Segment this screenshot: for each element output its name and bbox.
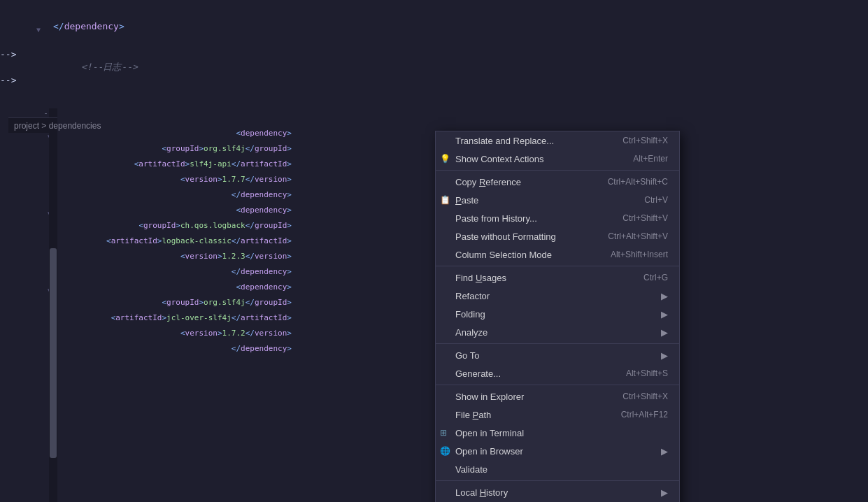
menu-item-context-actions[interactable]: 💡 Show Context Actions Alt+Enter <box>436 150 679 168</box>
line-7: --> ▼ <dependency> <groupId>org.slf4j</g… <box>6 101 55 116</box>
menu-item-find-usages-label: Find Usages <box>455 273 506 283</box>
menu-item-local-history-label: Local History <box>455 487 508 498</box>
menu-item-local-history[interactable]: Local History ▶ <box>436 483 679 501</box>
menu-item-validate[interactable]: Validate <box>436 460 679 478</box>
menu-item-folding-label: Folding <box>455 309 485 320</box>
menu-item-show-explorer[interactable]: Show in Explorer Ctrl+Shift+X <box>436 387 679 406</box>
menu-item-refactor-label: Refactor <box>455 291 490 301</box>
menu-item-translate-shortcut: Ctrl+Shift+X <box>602 136 668 145</box>
menu-item-show-explorer-label: Show in Explorer <box>455 392 524 402</box>
goto-arrow-icon: ▶ <box>661 350 668 361</box>
menu-item-generate[interactable]: Generate... Alt+Shift+S <box>436 364 679 382</box>
menu-item-validate-label: Validate <box>455 464 488 475</box>
menu-item-context-shortcut: Alt+Enter <box>612 154 668 164</box>
separator-2 <box>436 266 679 266</box>
menu-item-copy-ref-shortcut: Ctrl+Alt+Shift+C <box>587 177 668 187</box>
menu-item-open-terminal[interactable]: ⊞ Open in Terminal <box>436 424 679 442</box>
menu-item-column-mode-label: Column Selection Mode <box>455 250 552 260</box>
menu-item-copy-ref-label: Copy Reference <box>455 177 521 187</box>
menu-item-open-browser-label: Open in Browser <box>455 446 523 457</box>
menu-item-context-actions-label: Show Context Actions <box>455 154 543 164</box>
menu-item-column-mode-shortcut: Alt+Shift+Insert <box>590 250 668 259</box>
terminal-icon: ⊞ <box>440 428 447 438</box>
separator-4 <box>436 385 679 385</box>
editor-content: ▼ </dependency> --> <!--日志--> --> <box>0 0 868 502</box>
open-browser-arrow-icon: ▶ <box>661 446 668 457</box>
scrollbar-thumb[interactable] <box>50 248 57 458</box>
line-5: --> ▼ <dependency> <groupId>org.slf4j</g… <box>0 85 868 101</box>
paste-icon: 📋 <box>440 195 450 205</box>
menu-item-analyze[interactable]: Analyze ▶ <box>436 323 679 341</box>
browser-icon: 🌐 <box>440 446 450 456</box>
menu-item-folding[interactable]: Folding ▶ <box>436 305 679 323</box>
editor: ▼ </dependency> --> <!--日志--> --> <box>0 0 868 502</box>
menu-item-paste-history[interactable]: Paste from History... Ctrl+Shift+V <box>436 209 679 227</box>
scrollbar[interactable] <box>49 108 57 502</box>
line-6: --> ▼ <dependency> <groupId>org.slf4j</g… <box>3 93 52 108</box>
menu-item-translate[interactable]: Translate and Replace... Ctrl+Shift+X <box>436 131 679 150</box>
context-menu: Translate and Replace... Ctrl+Shift+X 💡 … <box>435 131 680 502</box>
menu-item-refactor[interactable]: Refactor ▶ <box>436 287 679 305</box>
menu-item-file-path[interactable]: File Path Ctrl+Alt+F12 <box>436 406 679 424</box>
folding-arrow-icon: ▶ <box>661 309 668 320</box>
menu-item-paste-history-shortcut: Ctrl+Shift+V <box>602 213 668 223</box>
menu-item-open-browser[interactable]: 🌐 Open in Browser ▶ <box>436 442 679 460</box>
line-2: ▼ </dependency> <box>0 18 868 34</box>
line-1 <box>0 3 868 18</box>
menu-item-find-usages-shortcut: Ctrl+G <box>622 273 668 282</box>
line-3 <box>0 34 868 49</box>
status-bar-text: project > dependencies <box>14 121 101 131</box>
separator-1 <box>436 170 679 171</box>
menu-item-paste-shortcut: Ctrl+V <box>623 195 668 205</box>
menu-item-paste-history-label: Paste from History... <box>455 213 537 224</box>
fold-icon: ▼ <box>36 26 41 34</box>
menu-item-generate-shortcut: Alt+Shift+S <box>605 368 668 378</box>
refactor-arrow-icon: ▶ <box>661 291 668 301</box>
menu-item-open-terminal-label: Open in Terminal <box>455 428 524 438</box>
separator-5 <box>436 480 679 481</box>
menu-item-goto-label: Go To <box>455 350 479 361</box>
local-history-arrow-icon: ▶ <box>661 487 668 498</box>
line-4: <!--日志--> <box>0 59 868 75</box>
menu-item-analyze-label: Analyze <box>455 327 488 338</box>
menu-item-goto[interactable]: Go To ▶ <box>436 346 679 364</box>
menu-item-copy-reference[interactable]: Copy Reference Ctrl+Alt+Shift+C <box>436 173 679 191</box>
menu-item-show-explorer-shortcut: Ctrl+Shift+X <box>602 392 668 401</box>
bulb-icon: 💡 <box>440 154 450 164</box>
menu-item-paste-noformat-label: Paste without Formatting <box>455 231 556 242</box>
status-bar: project > dependencies <box>8 117 57 133</box>
menu-item-translate-label: Translate and Replace... <box>455 136 554 146</box>
menu-item-paste[interactable]: 📋 Paste Ctrl+V <box>436 191 679 209</box>
separator-3 <box>436 343 679 344</box>
menu-item-paste-noformat[interactable]: Paste without Formatting Ctrl+Alt+Shift+… <box>436 227 679 245</box>
menu-item-paste-noformat-shortcut: Ctrl+Alt+Shift+V <box>587 231 668 241</box>
analyze-arrow-icon: ▶ <box>661 327 668 338</box>
menu-item-paste-label: Paste <box>455 195 478 206</box>
menu-item-find-usages[interactable]: Find Usages Ctrl+G <box>436 268 679 287</box>
menu-item-column-mode[interactable]: Column Selection Mode Alt+Shift+Insert <box>436 245 679 264</box>
menu-item-file-path-shortcut: Ctrl+Alt+F12 <box>600 410 668 419</box>
menu-item-file-path-label: File Path <box>455 410 491 420</box>
menu-item-generate-label: Generate... <box>455 368 501 379</box>
